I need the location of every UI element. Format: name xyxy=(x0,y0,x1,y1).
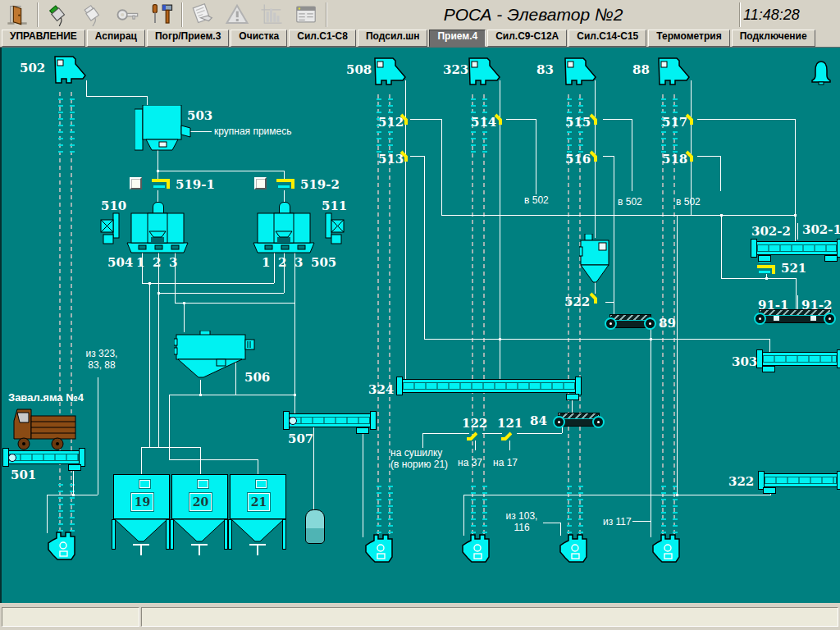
tab-pogr-priem3[interactable]: Погр/Прием.3 xyxy=(147,30,229,47)
junction-dot xyxy=(720,214,723,217)
valve-522[interactable] xyxy=(589,292,600,305)
separator-506[interactable] xyxy=(174,331,256,380)
tab-ochistka[interactable]: Очистка xyxy=(231,30,287,47)
pipe xyxy=(632,521,651,522)
pipe xyxy=(410,119,441,120)
noria-88-boot[interactable] xyxy=(652,534,683,565)
pipe xyxy=(98,377,98,495)
leg-bracket xyxy=(661,486,666,533)
noria-83-boot[interactable] xyxy=(559,534,591,565)
warning-icon xyxy=(225,2,249,27)
belt-conveyor-89[interactable] xyxy=(605,314,656,329)
annotation-to502: в 502 xyxy=(618,196,642,208)
valve-519-1-checkbox[interactable] xyxy=(130,177,142,189)
valve-519-2-checkbox[interactable] xyxy=(254,177,267,189)
gate-valve-519-1[interactable] xyxy=(152,179,171,190)
noria-leg xyxy=(472,94,473,535)
alarm-bell-icon[interactable] xyxy=(810,60,833,85)
label-91-1: 91-1 xyxy=(758,298,789,313)
annotation-pit: Завал.яма №4 xyxy=(8,391,84,404)
separator-504[interactable] xyxy=(126,212,189,254)
toolbar: РОСА - Элеватор №2 11:48:28 xyxy=(0,0,840,30)
bin-21-hopper xyxy=(230,519,286,543)
cyclone[interactable] xyxy=(579,234,610,285)
disconnect-button[interactable] xyxy=(75,2,110,28)
tab-upravlenie[interactable]: УПРАВЛЕНИЕ xyxy=(2,30,85,47)
tab-sil-c9-c12a[interactable]: Сил.С9-С12А xyxy=(487,30,567,47)
door-icon xyxy=(6,3,29,26)
pipe xyxy=(294,253,295,413)
pipe xyxy=(158,293,284,294)
label-303: 303 xyxy=(732,354,757,369)
pipe xyxy=(562,427,563,433)
pipe xyxy=(189,131,212,132)
tab-aspirac[interactable]: Аспирац xyxy=(87,30,145,47)
pipe xyxy=(424,339,769,340)
screw-conveyor-302[interactable] xyxy=(752,241,840,255)
tab-sil-c14-c15[interactable]: Сил.С14-С15 xyxy=(568,30,646,47)
reports-button[interactable] xyxy=(289,2,323,28)
pipe xyxy=(258,459,258,474)
label-519-1: 519-1 xyxy=(176,177,215,192)
connect-button[interactable] xyxy=(41,2,75,28)
noria-502-head[interactable] xyxy=(52,54,87,84)
noria-502-boot[interactable] xyxy=(48,532,79,563)
pipe xyxy=(47,495,48,533)
pipe xyxy=(697,119,795,120)
tab-podkluchenie[interactable]: Подключение xyxy=(732,30,815,47)
bin-20-number: 20 xyxy=(189,493,212,511)
setup-button[interactable] xyxy=(144,2,179,28)
label-121: 121 xyxy=(497,416,523,431)
tab-podsil-shn[interactable]: Подсил.шн xyxy=(358,30,428,47)
screw-conveyor-507[interactable] xyxy=(285,413,375,427)
tab-priem4-active[interactable]: Прием.4 xyxy=(429,30,486,47)
annotation-from323: из 323, 83, 88 xyxy=(80,348,123,371)
tab-sil-c1-c8[interactable]: Сил.С1-С8 xyxy=(289,30,356,47)
pipe xyxy=(410,156,424,157)
journal-button[interactable] xyxy=(185,2,220,28)
junction-dot xyxy=(199,394,202,396)
gate-valve-521[interactable] xyxy=(757,260,777,274)
junction-dot xyxy=(765,277,768,280)
trends-button[interactable] xyxy=(254,2,289,28)
label-516: 516 xyxy=(565,152,591,167)
screw-conveyor-322[interactable] xyxy=(760,473,840,487)
label-88: 88 xyxy=(632,62,650,77)
bin-vent xyxy=(198,480,208,488)
label-503: 503 xyxy=(187,108,212,123)
label-322: 322 xyxy=(728,474,754,489)
alarms-button[interactable] xyxy=(220,2,254,28)
screw-conveyor-303[interactable] xyxy=(758,352,840,366)
pipe xyxy=(536,119,536,194)
gate-valve-519-2[interactable] xyxy=(276,179,296,190)
pipe xyxy=(169,395,294,395)
tab-termometria[interactable]: Термометрия xyxy=(648,30,729,47)
noria-323-head[interactable] xyxy=(467,56,501,85)
leg-bracket xyxy=(482,486,487,533)
separator-505[interactable] xyxy=(252,212,316,254)
pipe xyxy=(200,380,201,395)
label-511: 511 xyxy=(322,199,347,213)
noria-508-boot[interactable] xyxy=(365,534,396,565)
aspirator-511[interactable] xyxy=(323,212,345,245)
separator-503[interactable] xyxy=(135,105,192,153)
label-518: 518 xyxy=(662,152,687,167)
exit-button[interactable] xyxy=(0,2,34,28)
label-513: 513 xyxy=(378,152,404,167)
belt-conveyor-84[interactable] xyxy=(553,413,605,427)
noria-323-boot[interactable] xyxy=(462,534,493,565)
screw-conveyor-501[interactable] xyxy=(4,450,84,464)
noria-83-head[interactable] xyxy=(563,56,597,85)
noria-508-head[interactable] xyxy=(372,56,407,85)
screw-conveyor-324[interactable] xyxy=(398,379,580,393)
truck xyxy=(11,404,77,452)
aspirator-510[interactable] xyxy=(100,212,121,245)
noria-88-head[interactable] xyxy=(656,56,691,85)
pipe xyxy=(509,441,510,450)
bin-gate xyxy=(257,546,258,555)
toolbar-separator xyxy=(181,2,183,27)
annotation-to502: в 502 xyxy=(524,194,549,206)
pipe xyxy=(463,495,464,536)
access-button[interactable] xyxy=(110,2,144,28)
plug-connected-icon xyxy=(47,3,70,26)
